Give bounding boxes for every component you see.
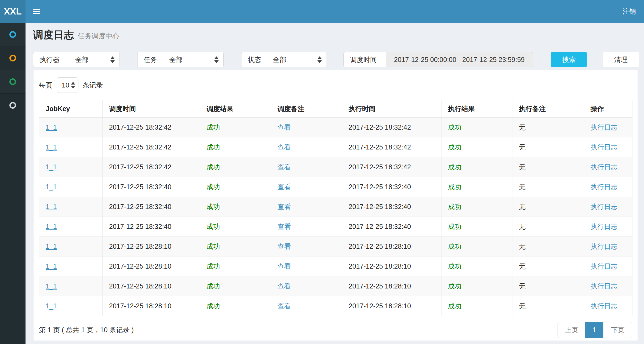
- log-panel: 每页 10 条记录 JobKey调度时间调度结果调度备注执行时间执行结果执行备注…: [34, 70, 638, 341]
- trigger-time-cell-cell: 2017-12-25 18:32:42: [103, 157, 200, 177]
- hamburger-icon: [33, 11, 40, 12]
- handle-msg-cell: 无: [519, 123, 526, 131]
- jobkey-link[interactable]: 1_1: [46, 163, 57, 171]
- handle-result-text: 成功: [448, 163, 461, 171]
- exec-log-link[interactable]: 执行日志: [591, 203, 617, 210]
- trigger-result-text-cell: 成功: [200, 237, 271, 257]
- logout-link[interactable]: 注销: [623, 7, 636, 16]
- trigger-msg-link[interactable]: 查看: [277, 262, 291, 270]
- column-header: 执行时间: [342, 100, 442, 118]
- sidebar-item-1[interactable]: [0, 23, 26, 46]
- handle-msg-cell: 无: [519, 282, 526, 290]
- trigger-result-text-cell: 成功: [200, 217, 271, 237]
- page-1-button[interactable]: 1: [585, 322, 603, 338]
- exec-log-link-cell: 执行日志: [584, 237, 632, 257]
- jobkey-link[interactable]: 1_1: [46, 243, 57, 250]
- sidebar-item-4[interactable]: [0, 94, 26, 117]
- jobkey-link-cell: 1_1: [39, 296, 103, 316]
- trigger-time-cell: 2017-12-25 18:32:42: [109, 163, 171, 171]
- trigger-time-filter-group: 调度时间 2017-12-25 00:00:00 - 2017-12-25 23…: [343, 52, 533, 67]
- status-select[interactable]: 全部: [267, 52, 327, 67]
- trigger-msg-link[interactable]: 查看: [277, 282, 291, 290]
- trigger-time-cell-cell: 2017-12-25 18:32:42: [103, 118, 200, 137]
- search-button[interactable]: 搜索: [551, 52, 587, 67]
- trigger-msg-link[interactable]: 查看: [277, 203, 291, 210]
- exec-log-link[interactable]: 执行日志: [591, 143, 617, 151]
- job-label: 任务: [137, 52, 163, 67]
- exec-log-link[interactable]: 执行日志: [591, 302, 617, 310]
- handle-msg-cell-cell: 无: [512, 157, 584, 177]
- brand-logo[interactable]: XXL: [0, 0, 26, 23]
- trigger-time-cell: 2017-12-25 18:28:10: [109, 302, 171, 310]
- table-row: 1_12017-12-25 18:32:40成功查看2017-12-25 18:…: [39, 177, 632, 197]
- jobkey-link[interactable]: 1_1: [46, 123, 57, 131]
- executor-select[interactable]: 全部: [69, 52, 120, 67]
- trigger-msg-link[interactable]: 查看: [277, 183, 291, 191]
- log-table-header: JobKey调度时间调度结果调度备注执行时间执行结果执行备注操作: [39, 100, 632, 118]
- handle-result-text: 成功: [448, 302, 461, 310]
- trigger-msg-link[interactable]: 查看: [277, 123, 291, 131]
- sidebar: [0, 23, 26, 344]
- table-row: 1_12017-12-25 18:32:40成功查看2017-12-25 18:…: [39, 197, 632, 217]
- handle-time-cell-cell: 2017-12-25 18:28:10: [342, 257, 442, 276]
- trigger-msg-link[interactable]: 查看: [277, 243, 291, 250]
- handle-result-text: 成功: [448, 262, 461, 270]
- exec-log-link[interactable]: 执行日志: [591, 163, 617, 171]
- trigger-time-cell: 2017-12-25 18:32:42: [109, 123, 171, 131]
- jobkey-link[interactable]: 1_1: [46, 262, 57, 270]
- trigger-time-range-input[interactable]: 2017-12-25 00:00:00 - 2017-12-25 23:59:5…: [386, 52, 533, 67]
- sidebar-toggle-button[interactable]: [33, 9, 40, 14]
- trigger-msg-link[interactable]: 查看: [277, 163, 291, 171]
- column-header: 调度结果: [200, 100, 271, 118]
- trigger-result-text: 成功: [207, 163, 220, 171]
- trigger-time-cell: 2017-12-25 18:28:10: [109, 243, 171, 250]
- jobkey-link[interactable]: 1_1: [46, 203, 57, 210]
- handle-msg-cell-cell: 无: [512, 257, 584, 276]
- exec-log-link-cell: 执行日志: [584, 276, 632, 296]
- sidebar-item-3[interactable]: [0, 70, 26, 94]
- job-filter-group: 任务 全部: [137, 52, 224, 67]
- handle-time-cell-cell: 2017-12-25 18:32:42: [342, 118, 442, 137]
- trigger-time-cell: 2017-12-25 18:28:10: [109, 282, 171, 290]
- trigger-time-cell: 2017-12-25 18:32:40: [109, 203, 171, 210]
- column-header: 执行备注: [512, 100, 584, 118]
- jobkey-link[interactable]: 1_1: [46, 183, 57, 191]
- job-select[interactable]: 全部: [163, 52, 224, 67]
- trigger-time-cell: 2017-12-25 18:32:40: [109, 183, 171, 191]
- trigger-msg-link[interactable]: 查看: [277, 143, 291, 151]
- jobkey-link[interactable]: 1_1: [46, 223, 57, 230]
- jobkey-link[interactable]: 1_1: [46, 302, 57, 310]
- handle-result-text: 成功: [448, 243, 461, 250]
- handle-msg-cell: 无: [519, 223, 526, 230]
- circle-o-icon: [9, 102, 16, 109]
- handle-time-cell-cell: 2017-12-25 18:32:42: [342, 137, 442, 157]
- prev-page-button[interactable]: 上页: [558, 322, 585, 338]
- next-page-button[interactable]: 下页: [603, 322, 632, 338]
- exec-log-link[interactable]: 执行日志: [591, 223, 617, 230]
- exec-log-link[interactable]: 执行日志: [591, 183, 617, 191]
- handle-result-text: 成功: [448, 143, 461, 151]
- trigger-time-cell-cell: 2017-12-25 18:32:42: [103, 137, 200, 157]
- exec-log-link[interactable]: 执行日志: [591, 262, 617, 270]
- trigger-result-text: 成功: [207, 223, 220, 230]
- trigger-msg-link-cell: 查看: [271, 157, 342, 177]
- circle-o-icon: [9, 78, 16, 85]
- trigger-time-cell-cell: 2017-12-25 18:32:40: [103, 217, 200, 237]
- exec-log-link-cell: 执行日志: [584, 197, 632, 217]
- trigger-time-cell-cell: 2017-12-25 18:28:10: [103, 237, 200, 257]
- table-row: 1_12017-12-25 18:32:42成功查看2017-12-25 18:…: [39, 157, 632, 177]
- handle-msg-cell-cell: 无: [512, 296, 584, 316]
- trigger-result-text: 成功: [207, 123, 220, 131]
- clear-button[interactable]: 清理: [603, 52, 639, 67]
- exec-log-link[interactable]: 执行日志: [591, 282, 617, 290]
- trigger-result-text: 成功: [207, 183, 220, 191]
- sidebar-item-2[interactable]: [0, 46, 26, 70]
- jobkey-link[interactable]: 1_1: [46, 143, 57, 151]
- exec-log-link[interactable]: 执行日志: [591, 123, 617, 131]
- exec-log-link[interactable]: 执行日志: [591, 243, 617, 250]
- trigger-msg-link[interactable]: 查看: [277, 302, 291, 310]
- trigger-msg-link[interactable]: 查看: [277, 223, 291, 230]
- page-size-select[interactable]: 10: [57, 77, 78, 93]
- jobkey-link[interactable]: 1_1: [46, 282, 57, 290]
- content-area: 调度日志 任务调度中心 执行器 全部 任务 全部 状态 全部 调度时间: [26, 23, 644, 344]
